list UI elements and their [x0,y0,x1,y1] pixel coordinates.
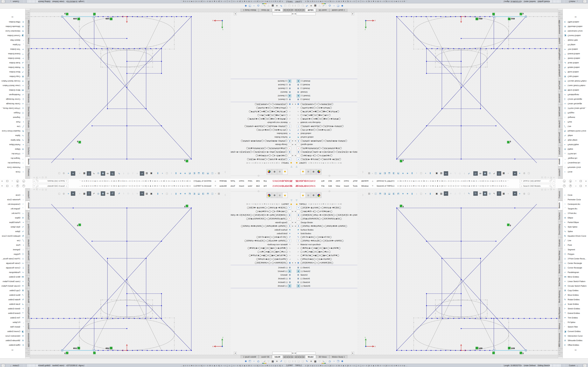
expand-icon[interactable]: ▶ [295,225,297,227]
tool-centerpoint-arc[interactable]: ◔Centerpoint Arc [0,161,25,165]
menu-tools[interactable]: Tools [351,179,359,184]
tab-⋮[interactable]: ⋮ [558,10,563,14]
tool-ellipse[interactable]: ⊖Ellipse [563,147,588,151]
tool-move-entities[interactable]: ↗Move Entities [0,293,25,297]
tree-item-20[interactable]: ▦(-) Sketch5 [231,87,294,90]
tool-ellipse[interactable]: ⊖Ellipse [0,216,25,220]
menu-window[interactable]: Window [217,179,229,184]
tab-sheet-metal[interactable]: Sheet Metal [558,105,563,118]
tree-item-9[interactable]: ✎◯Ƨ5·Ʊ∗♟Am◯∘◯mA♟∗Ʊ·5Ƨ◯ [231,235,294,239]
tab-data-migration[interactable]: Data Migration [25,46,30,62]
menu-file[interactable]: File [261,184,269,188]
clock-icon[interactable]: ◷ [328,359,332,363]
account-icon[interactable] [563,184,566,187]
tree-item-12[interactable]: ▱◯✚ИN◎♟+◯∗◉[◯⊙◯]◉∗◯+♟◎NИ✚◯ [294,117,357,121]
doc-tab-model[interactable]: Model [305,355,316,359]
tree-item-1[interactable]: ★◯Ƨ5ƷЄ✚∘♟◎ΛΑΦ◯∘◯ΦΑΛ◎♟∘✚ЄƷ5Ƨ◯ [231,158,294,161]
graphics-area[interactable]: 〉 ▢▢–❐× ▤▾◫⬒◨⬓◧◩■■▮↓▢◗▮·▣▨↩≡⊥∅ℓ✎·↻3D◉◎↖▽… [357,188,558,355]
tree-item-13[interactable]: ▱◯·◎✚◯∗◉[◯⊙◯]◉∗◯✚◎·◯ [294,250,357,254]
tree-item-15[interactable]: ∟◯ИNoǫƆo♟◎◯∘◯◎♟oƆǫoNИ◯ [294,106,357,110]
status-custom-dropdown[interactable]: Custom▴ [5,364,24,367]
tree-item-21[interactable]: ▦(-) Sketch4 [231,280,294,284]
chevron-down-icon[interactable]: ∨∨ [563,16,588,18]
menu-window[interactable]: Window [217,184,229,188]
tab-mbd-dimensions[interactable]: MBD Dimensions [25,18,30,36]
layers-icon[interactable]: ≡ [309,359,313,363]
tab-configurations[interactable]: ⊕ [311,192,316,198]
tool-sketch-fillet[interactable]: ◜Sketch Fillet [0,38,25,42]
tab-sketch[interactable]: Sketch [558,157,563,166]
tool-polygon[interactable]: ⎔Polygon [563,111,588,115]
tool-line[interactable]: ╱Line [0,238,25,243]
account-icon[interactable] [22,180,25,183]
history-icon[interactable]: ◔ [252,4,256,8]
doc-tab-3d-views[interactable]: 3D Views [316,355,329,359]
tree-item-10[interactable]: Σ◯Ƨ5ИN◎∘✚АUɯƷЄ◯∘◯ЄƷɯUА✚∘◎NИ5Ƨ◯ [231,125,294,128]
tree-item-3[interactable]: ▦◯Ƨ5✚ƷЄ25◯ИN◎∘✚⊃CƷЄUƷЄ25◯∘◯52ЄƷUЄƷC⊂✚∘◎N… [294,213,357,217]
tree-item-13[interactable]: ▱◯·◎✚◯∗◉[◯⊙◯]◉∗◯✚◎·◯ [294,113,357,117]
tool-circular-sketch-pattern[interactable]: ✳Circular Sketch Pattern [0,284,25,288]
tool-fit-spline[interactable]: ◟Fit Spline [0,320,25,325]
tool-rotate-entities[interactable]: ↻Rotate Entities [0,65,25,70]
tree-item-13[interactable]: ▱◯·◎✚◯∗◉[◯⊙◯]◉∗◯✚◎·◯ [231,113,294,117]
tree-item-22[interactable]: ▦(-) Sketch6 [294,79,357,83]
tool-parallelogram[interactable]: ▱Parallelogram [563,270,588,275]
menu-edit[interactable]: Edit [327,179,334,184]
tab-mold-tools[interactable]: Mold Tools [558,79,563,92]
search-icon[interactable] [550,185,551,187]
layers-icon[interactable]: ≡ [275,359,279,363]
graphics-area[interactable]: 〉 ▢▢–❐× ▤▾◫⬒◨⬓◧◩■■▮↓▢◗▮·▣▨↩≡⊥∅ℓ✎·↻3D◉◎↖▽… [30,188,231,355]
tree-item-15[interactable]: ∟◯ИNoǫƆo♟◎◯∘◯◎♟oƆǫoNИ◯ [231,106,294,110]
tool-rotate-entities[interactable]: ↻Rotate Entities [563,297,588,302]
status-custom-dropdown[interactable]: Custom▴ [564,364,583,367]
clock-icon[interactable]: ◷ [256,359,260,363]
tree-item-14[interactable]: ▱◯✚ŦƎǫƆ♟◯∗◉[◯⊙◯]◉∗◯♟ƆǫƎŦ✚◯ [294,254,357,257]
tree-item-1[interactable]: ★◯Ƨ5ƷЄ✚∘♟◎ΛΑΦ◯∘◯ΦΑΛ◎♟∘✚ЄƷ5Ƨ◯ [231,206,294,209]
tree-item-7[interactable]: ▰Surface Bodies [231,135,294,139]
tree-item-16[interactable]: ▶▣◯Ƨ5ƷЄИNΑU+◯∘◯+UΑNИЄƷ5Ƨ◯ [294,261,357,265]
tool-partial-ellipse[interactable]: ◗Partial Ellipse [0,220,25,225]
tool-equation-driven-curve[interactable]: fxEquation Driven Curve [0,129,25,133]
tab-markup[interactable]: Markup [25,321,30,331]
tool-centerpoint-arc[interactable]: ◔Centerpoint Arc [0,202,25,206]
menu-tools[interactable]: Tools [229,179,237,184]
expand-icon[interactable]: ▶ [291,144,293,145]
pin-icon[interactable]: ✛ [372,185,373,187]
tool-3-point-center-recta-[interactable]: ◇3 Point Center Recta... [0,106,25,111]
minimize-button[interactable]: – [12,180,13,182]
tool-move-entities[interactable]: ↗Move Entities [0,70,25,74]
tool-segment[interactable]: ∴Segment [563,247,588,252]
doc-tab-model[interactable]: Model [272,355,283,359]
tool-center-rectangle[interactable]: ▭Center Rectangle [563,101,588,106]
search-input[interactable]: Search CAD Models [523,185,550,187]
tool-ellipse[interactable]: ⊖Ellipse [0,147,25,151]
search-input[interactable]: Search CAD Models [38,185,65,187]
minimize-button[interactable]: – [575,180,576,182]
drag-handle[interactable]: ⣿ [295,5,296,7]
tree-item-10[interactable]: Σ◯Ƨ5ИN◎∘✚АUɯƷЄ◯∘◯ЄƷɯUА✚∘◎NИ5Ƨ◯ [294,125,357,128]
tree-item-19[interactable]: ▦Sketch3 [231,273,294,277]
brush-icon[interactable]: ✎ [279,359,283,363]
expand-icon[interactable]: ▶ [291,103,293,105]
menu-edit[interactable]: Edit [254,184,262,188]
tool-linear-sketch-pattern[interactable]: ⠶Linear Sketch Pattern [563,279,588,284]
tab-mesh-modeling[interactable]: Mesh Modeling [25,62,30,79]
search-box[interactable]: ◇ Search CAD Models ▾ [33,179,68,183]
sheet-icon[interactable]: ❏ [301,359,305,363]
tool-segment[interactable]: ∴Segment [0,247,25,252]
sketch-drawing[interactable]: 3 3 109 109 3 Y X [357,12,558,179]
restore-button[interactable] [6,185,8,187]
tree-item-5[interactable]: ▶□Design Binder [231,221,294,224]
tool-move-entities[interactable]: ↗Move Entities [563,293,588,297]
tool-intersection-curve[interactable]: ≋Intersection Curve [0,29,25,33]
tool-parallelogram[interactable]: ▱Parallelogram [0,92,25,97]
sheet-icon[interactable]: ❏ [287,359,292,363]
tab-direct-editing[interactable]: Direct Editing [25,130,30,145]
tab-mold-tools[interactable]: Mold Tools [25,275,30,288]
tool-parallelogram[interactable]: ▱Parallelogram [0,270,25,275]
tool-stretch-entities[interactable]: ⊢Stretch Entities [563,56,588,61]
menu-window[interactable]: Window [359,179,371,184]
tool-polygon[interactable]: ⎔Polygon [563,252,588,256]
tool-move-entities[interactable]: ↗Move Entities [563,70,588,74]
quick-access-toolbar[interactable]: ⊙ ƷЄ ⊙ Ш ⊙ ⊙ ⊙ ✚ ⊙ ⊃C ⊙ ƷЄ ⊙ + ⊙ Ƨ5 ⊙ ♟ … [68,180,190,182]
